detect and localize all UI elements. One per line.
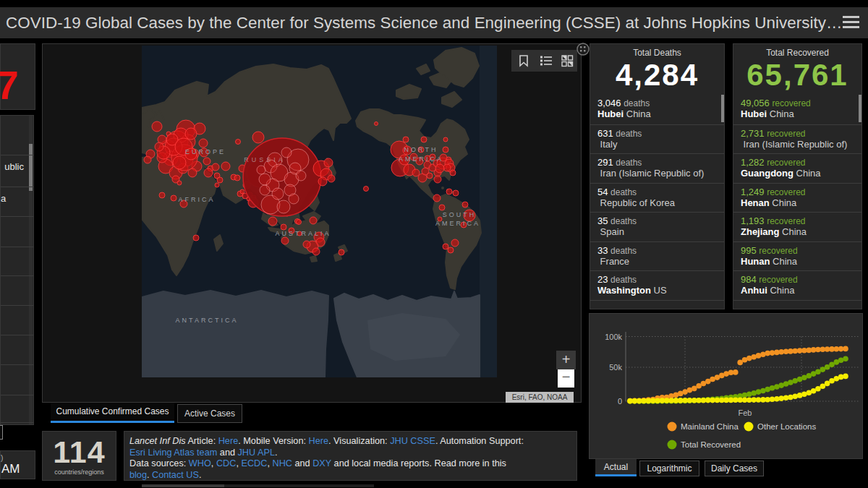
svg-text:SOUTH: SOUTH bbox=[443, 211, 477, 218]
svg-text:Other Locations: Other Locations bbox=[757, 422, 816, 431]
svg-text:Feb: Feb bbox=[739, 408, 752, 417]
svg-text:RUSSIA: RUSSIA bbox=[244, 156, 286, 163]
svg-text:EUROPE: EUROPE bbox=[185, 148, 226, 155]
svg-text:AUSTRALIA: AUSTRALIA bbox=[275, 230, 331, 237]
svg-text:AFRICA: AFRICA bbox=[178, 196, 215, 203]
svg-text:100k: 100k bbox=[605, 333, 622, 341]
svg-text:Mainland China: Mainland China bbox=[681, 422, 739, 431]
svg-text:0: 0 bbox=[618, 397, 622, 406]
svg-text:AMERICA: AMERICA bbox=[435, 220, 480, 227]
svg-text:50k: 50k bbox=[609, 363, 622, 372]
svg-text:NORTH: NORTH bbox=[404, 146, 438, 153]
svg-text:AMERICA: AMERICA bbox=[399, 155, 443, 163]
svg-text:Total Recovered: Total Recovered bbox=[681, 440, 741, 449]
svg-text:ANTARCTICA: ANTARCTICA bbox=[176, 317, 239, 324]
